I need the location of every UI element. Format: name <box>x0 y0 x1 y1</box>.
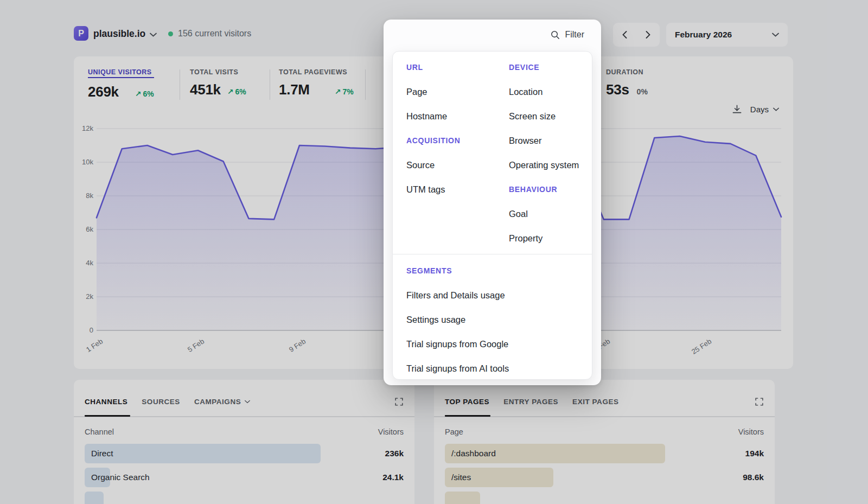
section-title-device: DEVICE <box>509 62 581 72</box>
search-icon <box>551 30 560 40</box>
section-title-acquisition: ACQUISITION <box>406 136 509 145</box>
menu-item-location[interactable]: Location <box>509 87 581 97</box>
menu-item-property[interactable]: Property <box>509 233 581 243</box>
menu-item-segment-trial-signups-ai-tools[interactable]: Trial signups from AI tools <box>406 363 581 373</box>
dashboard-root: P plausible.io 156 current visitors Febr… <box>0 0 868 504</box>
menu-item-segment-filters-details-usage[interactable]: Filters and Details usage <box>406 290 581 300</box>
menu-item-goal[interactable]: Goal <box>509 209 581 219</box>
section-title-segments: SEGMENTS <box>406 266 581 276</box>
menu-item-screen-size[interactable]: Screen size <box>509 111 581 121</box>
filter-menu-column-2: DEVICE Location Screen size Browser Oper… <box>509 62 581 243</box>
menu-item-utm-tags[interactable]: UTM tags <box>406 184 509 194</box>
menu-item-operating-system[interactable]: Operating system <box>509 160 581 170</box>
section-title-behaviour: BEHAVIOUR <box>509 184 581 194</box>
filter-menu: URL Page Hostname ACQUISITION Source UTM… <box>392 51 592 380</box>
menu-item-browser[interactable]: Browser <box>509 136 581 145</box>
filter-label: Filter <box>565 30 584 40</box>
filter-menu-column-1: URL Page Hostname ACQUISITION Source UTM… <box>406 62 509 243</box>
menu-item-hostname[interactable]: Hostname <box>406 111 509 121</box>
filter-popover: Filter URL Page Hostname ACQUISITION Sou… <box>384 20 601 385</box>
filter-button[interactable]: Filter <box>384 20 601 50</box>
menu-item-page[interactable]: Page <box>406 87 509 97</box>
menu-item-segment-settings-usage[interactable]: Settings usage <box>406 315 581 324</box>
section-title-url: URL <box>406 62 509 72</box>
menu-item-source[interactable]: Source <box>406 160 509 170</box>
menu-item-segment-trial-signups-google[interactable]: Trial signups from Google <box>406 339 581 349</box>
